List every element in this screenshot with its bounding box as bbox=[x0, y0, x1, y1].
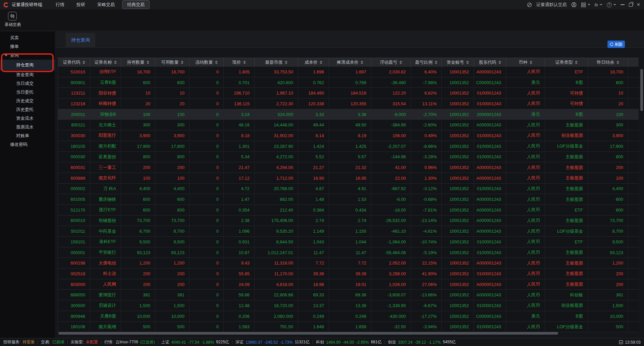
column-header-11[interactable]: 盈亏比例 bbox=[411, 58, 442, 67]
menu-item-3[interactable]: 策略交易 bbox=[93, 1, 119, 9]
sort-icon[interactable] bbox=[320, 61, 322, 64]
table-row[interactable]: 600111北方稀土300300048.1614,448.0049.4449.5… bbox=[58, 120, 639, 130]
restore-button[interactable] bbox=[629, 3, 633, 7]
column-header-5[interactable]: 冻结数量 bbox=[190, 58, 224, 67]
column-header-12[interactable]: 资金账号 bbox=[442, 58, 474, 67]
table-row[interactable]: 123216科顺转债20200136.1152,722.30120.338120… bbox=[58, 99, 639, 109]
refresh-button[interactable]: 刷新 bbox=[607, 41, 625, 48]
sidebar-item-2[interactable]: 撤单 bbox=[0, 42, 55, 51]
table-row[interactable]: 600889南京化纤100100017.121,712.0016.9016.95… bbox=[58, 173, 639, 184]
sort-icon[interactable] bbox=[498, 61, 501, 64]
sort-icon[interactable] bbox=[466, 61, 469, 64]
column-header-2[interactable]: 证券名称 bbox=[90, 58, 121, 67]
sidebar-item-7[interactable]: 当日委托 bbox=[0, 88, 55, 97]
sidebar-item-10[interactable]: 资金流水 bbox=[0, 114, 55, 123]
table-row[interactable]: 300500启迪设计1,5001,500012.4818,720.0013.37… bbox=[58, 300, 639, 311]
column-header-4[interactable]: 可用数量 bbox=[155, 58, 190, 67]
table-row[interactable]: 000002万 科A4,4004,40004.7220,768.004.874.… bbox=[58, 184, 639, 194]
sort-icon[interactable] bbox=[616, 61, 619, 64]
table-row[interactable]: 200011深物业B10010003.24324.0003.333.38-9.0… bbox=[58, 109, 639, 120]
column-header-13[interactable]: 股东代码 bbox=[474, 58, 506, 67]
sort-icon[interactable] bbox=[361, 61, 363, 64]
sidebar-item-6[interactable]: 当日成交 bbox=[0, 79, 55, 88]
close-button[interactable]: × bbox=[637, 2, 640, 7]
column-header-3[interactable]: 持有数量 bbox=[121, 58, 155, 67]
help-icon[interactable]: ? bbox=[607, 2, 616, 7]
log-check-icon[interactable] bbox=[619, 340, 623, 344]
sort-icon[interactable] bbox=[215, 61, 218, 64]
table-row[interactable]: 000001平安银行93,12393,123010.871,012,247.01… bbox=[58, 247, 639, 258]
cell-dcost: 13.38 bbox=[329, 300, 371, 311]
hide-account-icon[interactable] bbox=[527, 2, 532, 7]
sort-icon[interactable] bbox=[147, 61, 149, 64]
table-row[interactable]: 510010治理ETF18,70018,70001.80533,753.501.… bbox=[58, 67, 639, 77]
sort-icon[interactable] bbox=[399, 61, 402, 64]
column-header-8[interactable]: 成本价 bbox=[298, 58, 329, 67]
table-row[interactable]: 160106南方高增50050001.583791.501.6481.658-3… bbox=[58, 322, 639, 333]
column-header-6[interactable]: 现价 bbox=[224, 58, 255, 67]
formula-fx-icon[interactable]: fx bbox=[595, 2, 602, 7]
cell-pct: 27.06% bbox=[411, 279, 442, 290]
table-row[interactable]: 603000人民网200200024.094,818.0018.9619.011… bbox=[58, 279, 639, 290]
column-header-15[interactable]: 证券类型 bbox=[545, 58, 588, 67]
table-row[interactable]: 688050爱博医疗381381059.8622,806.6669.3369.3… bbox=[58, 290, 639, 300]
cell-cur: 人民币 bbox=[506, 152, 545, 162]
table-row[interactable]: 600010包钢股份73,70073,70002.38175,406.002.7… bbox=[58, 216, 639, 226]
sidebar-item-1[interactable]: 买卖 bbox=[0, 34, 55, 42]
cell-code: 300500 bbox=[58, 300, 90, 311]
sidebar-item-13[interactable]: 修改密码 bbox=[0, 140, 55, 149]
cell-price: 1.805 bbox=[224, 67, 255, 77]
horizontal-scrollbar[interactable] bbox=[58, 332, 558, 335]
tab-position-query[interactable]: 持仓查询 bbox=[66, 33, 95, 48]
column-header-14[interactable]: 币种 bbox=[506, 58, 545, 67]
sidebar-item-5[interactable]: 资金查询 bbox=[0, 70, 55, 79]
sort-icon[interactable] bbox=[114, 61, 117, 64]
user-icon[interactable] bbox=[571, 2, 577, 7]
column-header-9[interactable]: 摊薄成本价 bbox=[329, 58, 371, 67]
menu-item-1[interactable]: 行情 bbox=[51, 1, 69, 9]
table-row[interactable]: 900946天雁B股10,00010,00000.2062,060.0000.2… bbox=[58, 311, 639, 322]
table-row[interactable]: 160105南方积配17,90017,90001.30123,287.901.4… bbox=[58, 141, 639, 152]
table-row[interactable]: 000030富奥股份80080005.344,272.005.525.57-14… bbox=[58, 152, 639, 163]
sidebar-item-11[interactable]: 股票流水 bbox=[0, 123, 55, 131]
table-row[interactable]: 300030阳普医疗3,9003,90008.1831,902.008.148.… bbox=[58, 130, 639, 141]
cell-price: 21.47 bbox=[224, 162, 255, 173]
table-row[interactable]: 159101港科ETF9,5009,50000.9318,844.501.043… bbox=[58, 237, 639, 247]
sort-icon[interactable] bbox=[530, 61, 532, 64]
sort-icon[interactable] bbox=[181, 61, 183, 64]
column-header-16[interactable]: 昨日结余 bbox=[588, 58, 628, 67]
basic-trade-launcher[interactable]: 基础交易 bbox=[5, 12, 20, 27]
sort-icon[interactable] bbox=[435, 61, 437, 64]
cell-qty: 500 bbox=[121, 322, 155, 332]
sort-icon[interactable] bbox=[285, 61, 287, 64]
sidebar-item-4[interactable]: 持仓查询 bbox=[0, 60, 55, 70]
sidebar-item-12[interactable]: 对账单 bbox=[0, 131, 55, 140]
table-row[interactable]: 123211阳谷转债10100196.7101,967.10184.490184… bbox=[58, 88, 639, 99]
table-row[interactable]: 600198大唐电信1,2001,20009.4311,316.007.727.… bbox=[58, 258, 639, 269]
cell-type: 主板股票 bbox=[545, 279, 588, 290]
sidebar-item-9[interactable]: 历史委托 bbox=[0, 105, 55, 114]
table-row[interactable]: 512170医疗ETF60060000.354212.400.3840.434-… bbox=[58, 205, 639, 216]
sidebar-item-8[interactable]: 历史成交 bbox=[0, 97, 55, 105]
sort-icon[interactable] bbox=[575, 61, 578, 64]
table-row[interactable]: 900901云赛B股60060000.701420.6000.7620.769-… bbox=[58, 77, 639, 88]
account-label[interactable]: 证量通默认交易 bbox=[536, 2, 567, 8]
table-row[interactable]: 601005重庆钢铁60060001.47882.001.481.53-6.00… bbox=[58, 194, 639, 205]
menu-item-2[interactable]: 投研 bbox=[72, 1, 90, 9]
table-row[interactable]: 600031三一重工200200021.474,294.0021.2721.32… bbox=[58, 162, 639, 173]
minimize-button[interactable] bbox=[621, 4, 625, 5]
cell-dcost: 16.95 bbox=[329, 173, 371, 183]
column-header-1[interactable]: 证券代码 bbox=[58, 58, 90, 67]
column-header-7[interactable]: 最新市值 bbox=[255, 58, 298, 67]
sort-icon[interactable] bbox=[83, 61, 85, 64]
table-row[interactable]: 002518科士达200200055.8511,170.0039.3639.39… bbox=[58, 269, 639, 279]
sort-icon[interactable] bbox=[243, 61, 246, 64]
menu-item-4[interactable]: 经典交易 bbox=[122, 0, 150, 9]
cell-type: 创业板股票 bbox=[545, 130, 588, 141]
layout-grid-icon[interactable] bbox=[581, 2, 590, 7]
column-header-10[interactable]: 浮动盈亏 bbox=[371, 58, 411, 67]
sidebar-item-3[interactable]: 查询 bbox=[0, 51, 55, 60]
cell-dcost: 1.697 bbox=[329, 67, 371, 77]
vertical-scrollbar[interactable] bbox=[640, 69, 643, 111]
table-row[interactable]: 501011中药基金8,7008,70001.0969,535.201.1491… bbox=[58, 226, 639, 237]
